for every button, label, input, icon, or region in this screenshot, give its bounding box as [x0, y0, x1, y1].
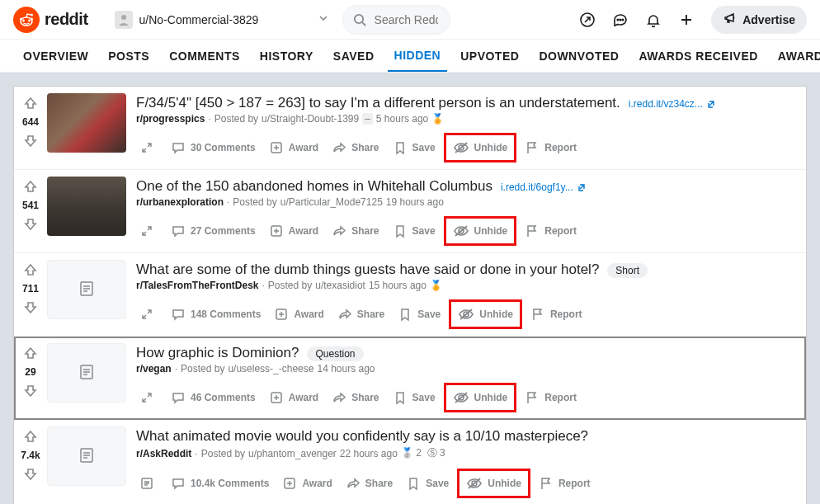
- chevron-down-icon: [318, 12, 329, 26]
- upvote-button[interactable]: [21, 426, 40, 446]
- subreddit-link[interactable]: r/urbanexploration: [136, 196, 224, 208]
- upvote-button[interactable]: [21, 343, 40, 363]
- share-button[interactable]: Share: [327, 220, 384, 242]
- share-button[interactable]: Share: [327, 387, 384, 408]
- tab-history[interactable]: HISTORY: [253, 41, 320, 71]
- author-link[interactable]: u/texasidiot: [315, 280, 365, 291]
- top-header: reddit u/No-Commercial-3829 Advertise: [0, 0, 820, 40]
- post-thumbnail[interactable]: [47, 426, 126, 486]
- post-title[interactable]: What are some of the dumb things guests …: [136, 261, 599, 278]
- unhide-button[interactable]: Unhide: [448, 220, 513, 242]
- comments-button[interactable]: 46 Comments: [166, 387, 261, 408]
- downvote-button[interactable]: [21, 131, 40, 151]
- expand-icon[interactable]: [136, 141, 158, 154]
- save-button[interactable]: Save: [401, 473, 454, 494]
- expand-icon[interactable]: [136, 476, 158, 491]
- comments-button[interactable]: 27 Comments: [166, 220, 261, 242]
- reddit-logo[interactable]: reddit: [7, 7, 95, 33]
- comments-button[interactable]: 30 Comments: [166, 137, 261, 158]
- unhide-button[interactable]: Unhide: [448, 387, 513, 408]
- chat-icon[interactable]: [606, 5, 635, 35]
- subreddit-link[interactable]: r/vegan: [136, 363, 172, 374]
- report-button[interactable]: Report: [520, 220, 582, 242]
- post-thumbnail[interactable]: [47, 343, 126, 403]
- upvote-button[interactable]: [21, 260, 40, 280]
- post-flair[interactable]: Short: [607, 263, 648, 278]
- post-title[interactable]: F/34/5'4" [450 > 187 = 263] to say I'm a…: [136, 95, 620, 111]
- expand-icon[interactable]: [136, 224, 158, 238]
- subreddit-link[interactable]: r/AskReddit: [136, 448, 191, 459]
- author-link[interactable]: u/useless-_-cheese: [228, 363, 313, 374]
- subreddit-link[interactable]: r/progresspics: [136, 113, 205, 125]
- tab-awards-received[interactable]: AWARDS RECEIVED: [632, 41, 764, 71]
- award-button[interactable]: Award: [269, 304, 328, 325]
- save-button[interactable]: Save: [393, 304, 445, 325]
- tab-saved[interactable]: SAVED: [327, 41, 381, 71]
- bell-icon[interactable]: [639, 5, 668, 35]
- report-button[interactable]: Report: [534, 473, 596, 494]
- tab-comments[interactable]: COMMENTS: [163, 41, 247, 71]
- svg-point-0: [22, 19, 25, 21]
- save-button[interactable]: Save: [388, 137, 441, 158]
- share-button[interactable]: Share: [332, 304, 389, 325]
- award-badge-icon[interactable]: 🏅: [431, 113, 444, 125]
- posts-list: 644F/34/5'4" [450 > 187 = 263] to say I'…: [13, 86, 807, 504]
- award-badge-icon[interactable]: 🏅: [430, 280, 442, 291]
- upvote-button[interactable]: [21, 93, 40, 113]
- award-button[interactable]: Award: [264, 137, 323, 158]
- save-button[interactable]: Save: [388, 220, 441, 242]
- plus-icon[interactable]: [672, 5, 701, 35]
- user-dropdown[interactable]: u/No-Commercial-3829: [115, 11, 329, 29]
- tab-downvoted[interactable]: DOWNVOTED: [532, 41, 625, 71]
- tab-hidden[interactable]: HIDDEN: [388, 40, 448, 72]
- post-title[interactable]: One of the 150 abandoned homes in Whiteh…: [136, 178, 492, 195]
- post-meta: r/urbanexploration·Posted byu/Particular…: [136, 196, 798, 208]
- unhide-button[interactable]: Unhide: [448, 137, 513, 158]
- svg-point-10: [620, 19, 621, 21]
- tab-awards-given[interactable]: AWARDS GIVEN: [771, 41, 820, 71]
- report-button[interactable]: Report: [525, 304, 587, 325]
- arrow-up-right-icon[interactable]: [573, 5, 602, 35]
- award-button[interactable]: Award: [264, 220, 323, 242]
- reddit-icon: [13, 7, 40, 33]
- post-title[interactable]: What animated movie would you confidentl…: [136, 428, 588, 445]
- downvote-button[interactable]: [21, 381, 40, 401]
- post-thumbnail[interactable]: [47, 177, 126, 236]
- unhide-button[interactable]: Unhide: [461, 473, 526, 494]
- post-thumbnail[interactable]: [47, 93, 126, 153]
- save-button[interactable]: Save: [388, 387, 441, 408]
- tab-upvoted[interactable]: UPVOTED: [454, 41, 525, 71]
- unhide-highlight: Unhide: [444, 383, 517, 412]
- share-button[interactable]: Share: [341, 473, 398, 494]
- share-button[interactable]: Share: [327, 137, 384, 158]
- author-link[interactable]: u/phantom_avenger: [248, 448, 337, 459]
- post-flair[interactable]: Question: [307, 346, 363, 361]
- upvote-button[interactable]: [21, 177, 40, 196]
- report-button[interactable]: Report: [520, 137, 582, 158]
- post-row: 7.4kWhat animated movie would you confid…: [14, 420, 806, 504]
- award-badges[interactable]: 🥈 2 Ⓢ 3: [401, 446, 445, 460]
- expand-icon[interactable]: [136, 391, 158, 404]
- author-link[interactable]: u/Particular_Mode7125: [280, 196, 383, 208]
- post-title[interactable]: How graphic is Dominion?: [136, 345, 299, 361]
- tab-overview[interactable]: OVERVIEW: [16, 41, 95, 71]
- downvote-button[interactable]: [21, 298, 40, 318]
- text-post-icon: [78, 446, 96, 467]
- advertise-button[interactable]: Advertise: [711, 6, 807, 34]
- outbound-link[interactable]: i.redd.it/6ogf1y...: [501, 181, 587, 193]
- report-button[interactable]: Report: [520, 387, 582, 408]
- outbound-link[interactable]: i.redd.it/vz34cz...: [629, 98, 716, 110]
- downvote-button[interactable]: [21, 464, 40, 484]
- post-thumbnail[interactable]: [47, 260, 126, 319]
- tab-posts[interactable]: POSTS: [101, 41, 156, 71]
- post-time: 14 hours ago: [317, 363, 375, 374]
- author-link[interactable]: u/Straight-Doubt-1399: [262, 113, 359, 125]
- award-button[interactable]: Award: [277, 473, 337, 494]
- comments-button[interactable]: 10.4k Comments: [166, 473, 274, 494]
- subreddit-link[interactable]: r/TalesFromTheFrontDesk: [136, 280, 258, 291]
- expand-icon[interactable]: [136, 308, 158, 321]
- downvote-button[interactable]: [21, 214, 40, 234]
- comments-button[interactable]: 148 Comments: [166, 304, 266, 325]
- unhide-button[interactable]: Unhide: [453, 304, 518, 325]
- award-button[interactable]: Award: [264, 387, 323, 408]
